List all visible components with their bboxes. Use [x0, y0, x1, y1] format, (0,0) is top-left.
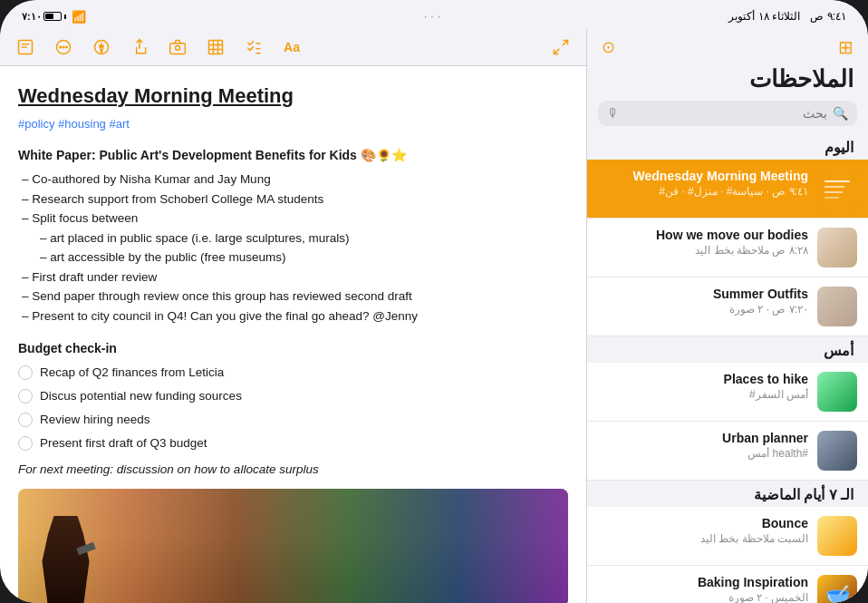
notes-panel: ⊙ ⊞ الملاحظات 🔍 🎙 اليوم Wednesday Morn — [587, 29, 868, 603]
note-item-baking-content: Baking Inspiration الخميس · ٢ صورة — [598, 575, 808, 603]
checklist-item-1: Recap of Q2 finances from Leticia — [18, 364, 568, 383]
status-left: ٧:١٠ 📶 — [22, 10, 86, 24]
svg-rect-13 — [209, 41, 223, 54]
note-item-bounce[interactable]: Bounce السبت ملاحظة بخط اليد — [587, 507, 868, 566]
bullet-3: – Split focus between — [22, 209, 568, 229]
svg-point-6 — [66, 46, 68, 48]
note-item-hike[interactable]: Places to hike أمس السفر# — [587, 363, 868, 422]
note-item-outfits-title: Summer Outfits — [598, 287, 808, 301]
camera-icon[interactable] — [167, 36, 188, 58]
note-editor: Aa Wednesday Morning Meeting #policy #ho… — [0, 29, 587, 603]
checkbox-1[interactable] — [18, 365, 33, 380]
notes-header-icons: ⊙ — [602, 37, 615, 57]
bullet-2: – Research support from Schoberl College… — [22, 190, 568, 209]
budget-title: Budget check-in — [18, 339, 568, 359]
section-yesterday: أمس — [587, 336, 868, 363]
note-footer: For next meeting: discussion on how to a… — [18, 461, 568, 480]
checklist-label-2: Discus potential new funding sources — [40, 387, 242, 406]
checklist-icon[interactable] — [243, 36, 265, 58]
share-icon[interactable] — [129, 36, 150, 58]
battery-fill — [45, 14, 54, 19]
mic-icon[interactable]: 🎙 — [607, 106, 620, 121]
note-item-meeting[interactable]: Wednesday Morning Meeting ٩:٤١ ص · سياسة… — [587, 160, 868, 219]
note-item-bodies[interactable]: How we move our bodies ٨:٢٨ ص ملاحظة بخط… — [587, 219, 868, 277]
more-circle-notes-icon[interactable]: ⊙ — [602, 37, 615, 57]
note-item-urban-title: Urban planner — [598, 431, 808, 445]
notes-list: اليوم Wednesday Morning Meeting ٩:٤١ ص ·… — [587, 133, 868, 603]
checkbox-3[interactable] — [18, 413, 33, 427]
note-item-urban-sub: #health أمس — [598, 447, 808, 460]
more-circle-icon[interactable] — [53, 36, 74, 58]
toolbar: Aa — [0, 29, 586, 66]
bullet-6: – Present to city council in Q4! Can you… — [22, 306, 568, 326]
svg-point-12 — [176, 45, 180, 50]
main-content: Aa Wednesday Morning Meeting #policy #ho… — [0, 29, 868, 603]
search-input[interactable] — [625, 106, 827, 121]
status-bar: ٧:١٠ 📶 ··· ٩:٤١ ص الثلاثاء ١٨ أكتوبر — [0, 0, 868, 29]
note-thumb-baking: 🥣 — [817, 575, 857, 603]
expand-icon[interactable] — [550, 36, 572, 58]
note-item-bodies-content: How we move our bodies ٨:٢٨ ص ملاحظة بخط… — [598, 228, 808, 257]
note-body: – Co-authored by Nisha Kumar and Jay Mun… — [18, 170, 568, 326]
note-thumb-urban — [817, 431, 857, 471]
note-item-bodies-sub: ٨:٢٨ ص ملاحظة بخط اليد — [598, 244, 808, 257]
note-thumb-hike — [817, 372, 857, 412]
note-item-baking[interactable]: Baking Inspiration الخميس · ٢ صورة 🥣 — [587, 566, 868, 603]
note-tags: #policy #housing #art — [18, 115, 568, 133]
note-thumb-bounce — [817, 516, 857, 556]
note-item-outfits-content: Summer Outfits ٧:٢٠ ص · ٢ صورة — [598, 287, 808, 316]
text-format-icon[interactable]: Aa — [281, 36, 303, 58]
wifi-icon: 📶 — [72, 10, 86, 24]
search-bar: 🔍 🎙 — [598, 101, 857, 126]
checklist-label-3: Review hiring needs — [40, 411, 150, 430]
search-icon: 🔍 — [833, 106, 848, 121]
svg-line-21 — [563, 41, 568, 46]
note-item-hike-sub: أمس السفر# — [598, 388, 808, 401]
note-content: Wednesday Morning Meeting #policy #housi… — [0, 66, 586, 603]
budget-section: Budget check-in Recap of Q2 finances fro… — [18, 339, 568, 453]
note-item-bounce-sub: السبت ملاحظة بخط اليد — [598, 532, 808, 545]
notes-panel-title: الملاحظات — [587, 62, 868, 101]
note-item-bounce-content: Bounce السبت ملاحظة بخط اليد — [598, 516, 808, 545]
svg-rect-11 — [170, 44, 186, 54]
checkbox-4[interactable] — [18, 436, 33, 451]
note-item-meeting-content: Wednesday Morning Meeting ٩:٤١ ص · سياسة… — [598, 169, 808, 198]
note-item-urban[interactable]: Urban planner #health أمس — [587, 422, 868, 481]
navigation-icon[interactable] — [91, 36, 112, 58]
bullet-4: – First draft under review — [22, 267, 568, 287]
svg-point-4 — [60, 46, 62, 48]
note-image — [18, 489, 568, 603]
note-item-outfits[interactable]: Summer Outfits ٧:٢٠ ص · ٢ صورة — [587, 277, 868, 336]
checklist-item-3: Review hiring needs — [18, 411, 568, 430]
compose-icon[interactable] — [14, 36, 36, 58]
device-frame: ٧:١٠ 📶 ··· ٩:٤١ ص الثلاثاء ١٨ أكتوبر — [0, 0, 868, 603]
note-item-outfits-sub: ٧:٢٠ ص · ٢ صورة — [598, 303, 808, 316]
note-item-bounce-title: Bounce — [598, 516, 808, 530]
note-item-meeting-sub: ٩:٤١ ص · سياسة# · منزل# · فن# — [598, 185, 808, 198]
note-item-baking-sub: الخميس · ٢ صورة — [598, 591, 808, 603]
note-section-heading: White Paper: Public Art's Development Be… — [18, 146, 568, 166]
note-item-urban-content: Urban planner #health أمس — [598, 431, 808, 460]
note-thumb-outfits — [817, 287, 857, 326]
sub-bullet-2: – art accessible by the public (free mus… — [40, 248, 568, 267]
sub-bullet-1: – art placed in public space (i.e. large… — [40, 229, 568, 248]
battery-icon: ٧:١٠ — [22, 11, 66, 23]
note-title: Wednesday Morning Meeting — [18, 81, 568, 112]
bullet-5: – Send paper through review once this gr… — [22, 287, 568, 306]
notes-header: ⊙ ⊞ — [587, 29, 868, 62]
panel-toggle-icon[interactable]: ⊞ — [838, 36, 854, 58]
note-thumb-bodies — [817, 228, 857, 267]
bullet-1: – Co-authored by Nisha Kumar and Jay Mun… — [22, 170, 568, 190]
checkbox-2[interactable] — [18, 389, 33, 404]
battery-body — [43, 12, 62, 21]
note-item-baking-title: Baking Inspiration — [598, 575, 808, 589]
status-right: ٩:٤١ ص الثلاثاء ١٨ أكتوبر — [728, 10, 846, 23]
note-thumb-meeting — [817, 169, 857, 209]
mural-bg — [18, 489, 568, 603]
svg-line-22 — [555, 49, 560, 54]
note-item-bodies-title: How we move our bodies — [598, 228, 808, 242]
status-date: الثلاثاء ١٨ أكتوبر — [728, 10, 800, 23]
table-icon[interactable] — [205, 36, 227, 58]
battery-tip — [64, 15, 66, 19]
svg-rect-23 — [817, 169, 857, 209]
